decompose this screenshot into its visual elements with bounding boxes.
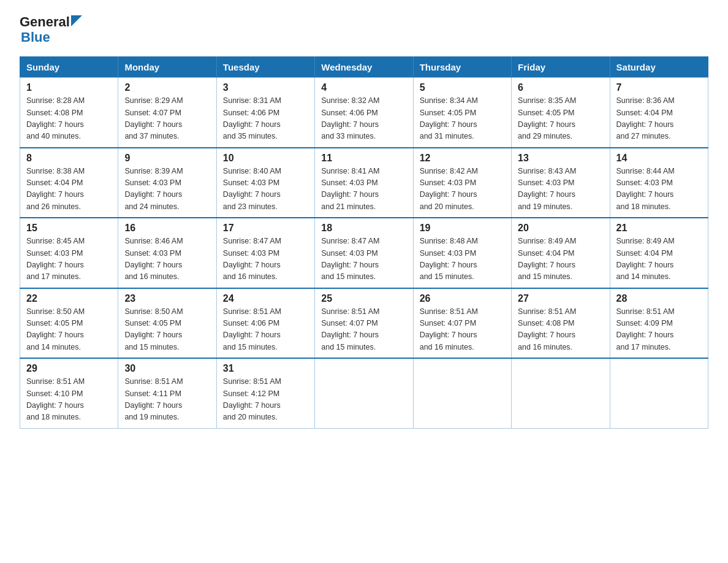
- calendar-body: 1Sunrise: 8:28 AMSunset: 4:08 PMDaylight…: [20, 78, 708, 429]
- day-number: 13: [518, 153, 603, 164]
- day-cell: 19Sunrise: 8:48 AMSunset: 4:03 PMDayligh…: [413, 218, 511, 288]
- day-number: 28: [616, 293, 702, 304]
- day-number: 11: [321, 153, 406, 164]
- day-number: 20: [518, 223, 603, 234]
- week-row-5: 29Sunrise: 8:51 AMSunset: 4:10 PMDayligh…: [20, 358, 708, 428]
- day-number: 14: [616, 153, 702, 164]
- header-row: SundayMondayTuesdayWednesdayThursdayFrid…: [20, 57, 708, 78]
- header-cell-friday: Friday: [512, 57, 610, 78]
- day-cell: 12Sunrise: 8:42 AMSunset: 4:03 PMDayligh…: [413, 148, 511, 218]
- day-cell: 9Sunrise: 8:39 AMSunset: 4:03 PMDaylight…: [118, 148, 216, 218]
- day-info: Sunrise: 8:35 AMSunset: 4:05 PMDaylight:…: [518, 95, 603, 143]
- day-number: 8: [26, 153, 112, 164]
- day-cell: 14Sunrise: 8:44 AMSunset: 4:03 PMDayligh…: [610, 148, 708, 218]
- header-cell-monday: Monday: [118, 57, 216, 78]
- day-cell: 5Sunrise: 8:34 AMSunset: 4:05 PMDaylight…: [413, 78, 511, 148]
- svg-marker-0: [71, 15, 82, 26]
- calendar-header: SundayMondayTuesdayWednesdayThursdayFrid…: [20, 57, 708, 78]
- day-number: 7: [616, 82, 702, 93]
- day-cell: 2Sunrise: 8:29 AMSunset: 4:07 PMDaylight…: [118, 78, 216, 148]
- header-cell-wednesday: Wednesday: [315, 57, 413, 78]
- day-info: Sunrise: 8:51 AMSunset: 4:08 PMDaylight:…: [518, 306, 603, 354]
- day-cell: [315, 358, 413, 428]
- day-number: 1: [26, 82, 112, 93]
- day-info: Sunrise: 8:34 AMSunset: 4:05 PMDaylight:…: [420, 95, 505, 143]
- day-number: 25: [321, 293, 406, 304]
- day-cell: 17Sunrise: 8:47 AMSunset: 4:03 PMDayligh…: [216, 218, 314, 288]
- day-number: 5: [420, 82, 505, 93]
- day-number: 18: [321, 223, 406, 234]
- logo-blue: Blue: [21, 29, 50, 45]
- day-info: Sunrise: 8:50 AMSunset: 4:05 PMDaylight:…: [26, 306, 112, 354]
- day-info: Sunrise: 8:51 AMSunset: 4:07 PMDaylight:…: [321, 306, 406, 354]
- header-cell-saturday: Saturday: [610, 57, 708, 78]
- day-cell: 15Sunrise: 8:45 AMSunset: 4:03 PMDayligh…: [20, 218, 118, 288]
- day-info: Sunrise: 8:48 AMSunset: 4:03 PMDaylight:…: [420, 236, 505, 283]
- day-number: 22: [26, 293, 112, 304]
- header-cell-thursday: Thursday: [413, 57, 511, 78]
- day-info: Sunrise: 8:45 AMSunset: 4:03 PMDaylight:…: [26, 236, 112, 283]
- day-number: 21: [616, 223, 702, 234]
- day-cell: [610, 358, 708, 428]
- day-cell: 21Sunrise: 8:49 AMSunset: 4:04 PMDayligh…: [610, 218, 708, 288]
- day-number: 12: [420, 153, 505, 164]
- day-cell: [512, 358, 610, 428]
- day-cell: 8Sunrise: 8:38 AMSunset: 4:04 PMDaylight…: [20, 148, 118, 218]
- day-number: 10: [223, 153, 308, 164]
- day-number: 27: [518, 293, 603, 304]
- week-row-3: 15Sunrise: 8:45 AMSunset: 4:03 PMDayligh…: [20, 218, 708, 288]
- day-number: 2: [124, 82, 210, 93]
- day-cell: 20Sunrise: 8:49 AMSunset: 4:04 PMDayligh…: [512, 218, 610, 288]
- day-cell: 29Sunrise: 8:51 AMSunset: 4:10 PMDayligh…: [20, 358, 118, 428]
- day-number: 31: [223, 363, 308, 374]
- day-number: 17: [223, 223, 308, 234]
- day-number: 29: [26, 363, 112, 374]
- day-info: Sunrise: 8:40 AMSunset: 4:03 PMDaylight:…: [223, 166, 308, 213]
- day-cell: 24Sunrise: 8:51 AMSunset: 4:06 PMDayligh…: [216, 288, 314, 359]
- day-number: 24: [223, 293, 308, 304]
- day-cell: 11Sunrise: 8:41 AMSunset: 4:03 PMDayligh…: [315, 148, 413, 218]
- day-cell: 27Sunrise: 8:51 AMSunset: 4:08 PMDayligh…: [512, 288, 610, 359]
- day-cell: 13Sunrise: 8:43 AMSunset: 4:03 PMDayligh…: [512, 148, 610, 218]
- day-cell: 4Sunrise: 8:32 AMSunset: 4:06 PMDaylight…: [315, 78, 413, 148]
- week-row-2: 8Sunrise: 8:38 AMSunset: 4:04 PMDaylight…: [20, 148, 708, 218]
- day-cell: 31Sunrise: 8:51 AMSunset: 4:12 PMDayligh…: [216, 358, 314, 428]
- day-cell: 16Sunrise: 8:46 AMSunset: 4:03 PMDayligh…: [118, 218, 216, 288]
- day-info: Sunrise: 8:41 AMSunset: 4:03 PMDaylight:…: [321, 166, 406, 213]
- week-row-4: 22Sunrise: 8:50 AMSunset: 4:05 PMDayligh…: [20, 288, 708, 359]
- day-number: 30: [124, 363, 210, 374]
- day-number: 23: [124, 293, 210, 304]
- day-info: Sunrise: 8:38 AMSunset: 4:04 PMDaylight:…: [26, 166, 112, 213]
- day-cell: 30Sunrise: 8:51 AMSunset: 4:11 PMDayligh…: [118, 358, 216, 428]
- day-info: Sunrise: 8:49 AMSunset: 4:04 PMDaylight:…: [616, 236, 702, 283]
- day-info: Sunrise: 8:50 AMSunset: 4:05 PMDaylight:…: [124, 306, 210, 354]
- day-number: 19: [420, 223, 505, 234]
- day-info: Sunrise: 8:51 AMSunset: 4:10 PMDaylight:…: [26, 376, 112, 424]
- day-cell: [413, 358, 511, 428]
- day-cell: 23Sunrise: 8:50 AMSunset: 4:05 PMDayligh…: [118, 288, 216, 359]
- day-info: Sunrise: 8:46 AMSunset: 4:03 PMDaylight:…: [124, 236, 210, 283]
- day-cell: 7Sunrise: 8:36 AMSunset: 4:04 PMDaylight…: [610, 78, 708, 148]
- day-info: Sunrise: 8:51 AMSunset: 4:06 PMDaylight:…: [223, 306, 308, 354]
- day-info: Sunrise: 8:29 AMSunset: 4:07 PMDaylight:…: [124, 95, 210, 143]
- day-info: Sunrise: 8:42 AMSunset: 4:03 PMDaylight:…: [420, 166, 505, 213]
- logo-arrow-icon: [71, 15, 82, 26]
- day-info: Sunrise: 8:32 AMSunset: 4:06 PMDaylight:…: [321, 95, 406, 143]
- day-info: Sunrise: 8:51 AMSunset: 4:09 PMDaylight:…: [616, 306, 702, 354]
- calendar: SundayMondayTuesdayWednesdayThursdayFrid…: [20, 56, 708, 429]
- day-info: Sunrise: 8:47 AMSunset: 4:03 PMDaylight:…: [321, 236, 406, 283]
- day-number: 3: [223, 82, 308, 93]
- day-number: 4: [321, 82, 406, 93]
- day-number: 9: [124, 153, 210, 164]
- day-cell: 28Sunrise: 8:51 AMSunset: 4:09 PMDayligh…: [610, 288, 708, 359]
- day-info: Sunrise: 8:51 AMSunset: 4:12 PMDaylight:…: [223, 376, 308, 424]
- header-cell-tuesday: Tuesday: [216, 57, 314, 78]
- logo-general: General: [20, 15, 70, 29]
- header: General Blue: [20, 15, 708, 45]
- day-info: Sunrise: 8:43 AMSunset: 4:03 PMDaylight:…: [518, 166, 603, 213]
- day-info: Sunrise: 8:51 AMSunset: 4:07 PMDaylight:…: [420, 306, 505, 354]
- day-cell: 3Sunrise: 8:31 AMSunset: 4:06 PMDaylight…: [216, 78, 314, 148]
- day-cell: 26Sunrise: 8:51 AMSunset: 4:07 PMDayligh…: [413, 288, 511, 359]
- day-number: 15: [26, 223, 112, 234]
- day-info: Sunrise: 8:28 AMSunset: 4:08 PMDaylight:…: [26, 95, 112, 143]
